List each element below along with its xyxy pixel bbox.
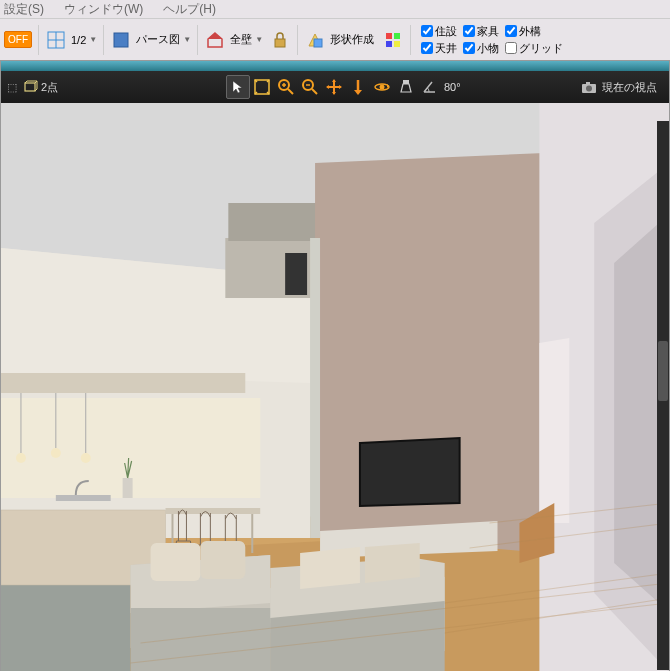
check-furniture[interactable]: 家具 (463, 24, 499, 39)
camera-icon (580, 80, 598, 94)
shape-create-button[interactable]: 形状作成 (304, 29, 374, 51)
grid-icon (45, 29, 67, 51)
menu-window[interactable]: ウィンドウ(W) (64, 1, 143, 18)
viewport-toolbar: ⬚ 2点 (1, 71, 669, 103)
main-toolbar: OFF 1/2 ▼ パース図 ▼ 全壁 ▼ 形状作成 住設 家具 (0, 18, 670, 60)
orbit-tool[interactable] (370, 75, 394, 99)
zoom-out-tool[interactable] (298, 75, 322, 99)
svg-marker-29 (332, 92, 336, 95)
svg-rect-6 (275, 39, 285, 47)
svg-rect-49 (228, 203, 318, 241)
chevron-down-icon: ▼ (183, 35, 191, 44)
svg-rect-3 (114, 33, 128, 47)
angle-tool[interactable] (418, 75, 442, 99)
svg-rect-10 (394, 33, 400, 39)
check-exterior[interactable]: 外構 (505, 24, 563, 39)
svg-marker-5 (208, 33, 222, 39)
grid-scale-dropdown[interactable]: 1/2 ▼ (45, 29, 97, 51)
shape-label: 形状作成 (330, 32, 374, 47)
svg-line-22 (288, 89, 293, 94)
visibility-checkboxes: 住設 家具 外構 天井 小物 グリッド (421, 24, 563, 56)
lock-icon[interactable] (269, 29, 291, 51)
allwalls-label: 全壁 (230, 32, 252, 47)
fit-view-tool[interactable] (250, 75, 274, 99)
3d-viewport[interactable] (1, 103, 669, 671)
chevron-down-icon: ▼ (255, 35, 263, 44)
check-grid[interactable]: グリッド (505, 41, 563, 56)
svg-rect-52 (310, 238, 320, 538)
scrollbar-thumb[interactable] (658, 341, 668, 401)
down-tool[interactable] (346, 75, 370, 99)
divider (103, 25, 104, 55)
chevron-down-icon: ▼ (89, 35, 97, 44)
menu-bar: 設定(S) ウィンドウ(W) ヘルプ(H) (0, 0, 670, 18)
check-equipment[interactable]: 住設 (421, 24, 457, 39)
svg-rect-70 (56, 495, 111, 501)
svg-rect-8 (314, 39, 322, 47)
svg-rect-39 (586, 82, 590, 85)
diagram-type-icon[interactable]: ⬚ (7, 81, 17, 94)
svg-point-35 (380, 85, 385, 90)
svg-marker-31 (339, 85, 342, 89)
svg-rect-81 (200, 541, 245, 579)
viewport-title-bar (1, 61, 669, 71)
svg-rect-13 (25, 83, 35, 91)
snap-off-button[interactable]: OFF (4, 31, 32, 48)
svg-point-40 (586, 86, 592, 92)
zoom-in-tool[interactable] (274, 75, 298, 99)
svg-rect-9 (386, 33, 392, 39)
svg-point-62 (16, 453, 26, 463)
svg-marker-82 (300, 547, 360, 589)
svg-rect-20 (255, 80, 269, 94)
divider (410, 25, 411, 55)
pan-tool[interactable] (322, 75, 346, 99)
svg-rect-60 (1, 373, 245, 393)
check-ceiling[interactable]: 天井 (421, 41, 457, 56)
svg-marker-33 (354, 90, 362, 95)
vertical-scrollbar[interactable] (657, 121, 669, 670)
svg-point-66 (81, 453, 91, 463)
color-palette-icon[interactable] (382, 29, 404, 51)
svg-rect-11 (386, 41, 392, 47)
svg-marker-83 (365, 543, 420, 583)
divider (297, 25, 298, 55)
select-tool[interactable] (226, 75, 250, 99)
svg-marker-58 (539, 338, 569, 523)
menu-help[interactable]: ヘルプ(H) (163, 1, 216, 18)
svg-rect-71 (123, 478, 133, 498)
svg-point-64 (51, 448, 61, 458)
angle-value: 80° (444, 81, 461, 93)
perspective-dropdown[interactable]: パース図 ▼ (110, 29, 191, 51)
svg-rect-78 (131, 608, 271, 671)
svg-rect-12 (394, 41, 400, 47)
svg-marker-28 (332, 79, 336, 82)
svg-line-26 (312, 89, 317, 94)
menu-settings[interactable]: 設定(S) (4, 1, 44, 18)
svg-rect-50 (285, 253, 307, 295)
viewpoint-button[interactable]: 現在の視点 (580, 80, 657, 95)
perspective-icon (110, 29, 132, 51)
scale-label: 1/2 (71, 34, 86, 46)
svg-rect-80 (151, 543, 201, 581)
svg-marker-53 (360, 438, 460, 506)
viewport-container: ⬚ 2点 (0, 60, 670, 671)
house-icon (204, 29, 226, 51)
divider (38, 25, 39, 55)
shape-icon (304, 29, 326, 51)
svg-marker-19 (233, 81, 242, 93)
box-icon (23, 80, 39, 94)
divider (197, 25, 198, 55)
svg-marker-30 (326, 85, 329, 89)
perspective-label: パース図 (136, 32, 180, 47)
check-accessories[interactable]: 小物 (463, 41, 499, 56)
light-tool[interactable] (394, 75, 418, 99)
perspective-2point-button[interactable]: 2点 (23, 80, 58, 95)
svg-marker-57 (614, 223, 659, 603)
allwalls-dropdown[interactable]: 全壁 ▼ (204, 29, 263, 51)
